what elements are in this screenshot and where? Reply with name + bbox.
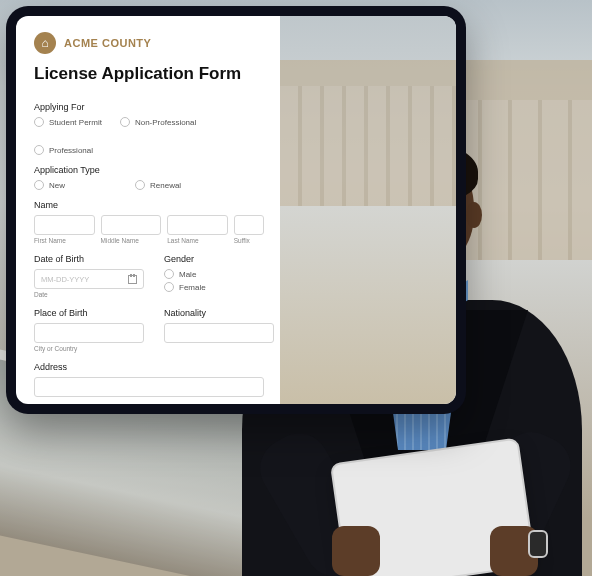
name-fields: First Name Middle Name Last Name Suffix bbox=[34, 215, 264, 244]
first-name-input[interactable] bbox=[34, 215, 95, 235]
last-name-field: Last Name bbox=[167, 215, 228, 244]
last-name-input[interactable] bbox=[167, 215, 228, 235]
radio-new[interactable]: New bbox=[34, 180, 65, 190]
radio-icon bbox=[135, 180, 145, 190]
radio-label: Female bbox=[179, 283, 206, 292]
brand-logo-glyph: ⌂ bbox=[41, 36, 48, 50]
calendar-icon bbox=[128, 275, 137, 284]
nationality-label: Nationality bbox=[164, 308, 274, 318]
nationality-input[interactable] bbox=[164, 323, 274, 343]
place-of-birth-label: Place of Birth bbox=[34, 308, 144, 318]
radio-icon bbox=[164, 282, 174, 292]
radio-male[interactable]: Male bbox=[164, 269, 264, 279]
name-label: Name bbox=[34, 200, 264, 210]
composite-scene: ⌂ ACME COUNTY License Application Form A… bbox=[0, 0, 592, 576]
radio-professional[interactable]: Professional bbox=[34, 145, 93, 155]
first-name-field: First Name bbox=[34, 215, 95, 244]
tablet-device-frame: ⌂ ACME COUNTY License Application Form A… bbox=[6, 6, 466, 414]
gender-options: Male Female bbox=[164, 269, 264, 292]
middle-name-field: Middle Name bbox=[101, 215, 162, 244]
suffix-field: Suffix bbox=[234, 215, 264, 244]
wristwatch bbox=[528, 530, 548, 558]
screen-photo-panel bbox=[280, 16, 456, 404]
radio-label: Professional bbox=[49, 146, 93, 155]
form-title: License Application Form bbox=[34, 64, 264, 84]
radio-icon bbox=[34, 117, 44, 127]
radio-label: Renewal bbox=[150, 181, 181, 190]
address-input[interactable] bbox=[34, 377, 264, 397]
radio-non-professional[interactable]: Non-Professional bbox=[120, 117, 196, 127]
form-pane: ⌂ ACME COUNTY License Application Form A… bbox=[16, 16, 280, 404]
gender-label: Gender bbox=[164, 254, 264, 264]
radio-icon bbox=[164, 269, 174, 279]
address-label: Address bbox=[34, 362, 264, 372]
first-name-sublabel: First Name bbox=[34, 237, 95, 244]
radio-student-permit[interactable]: Student Permit bbox=[34, 117, 102, 127]
brand-name: ACME COUNTY bbox=[64, 37, 151, 49]
suffix-sublabel: Suffix bbox=[234, 237, 264, 244]
radio-female[interactable]: Female bbox=[164, 282, 264, 292]
suffix-input[interactable] bbox=[234, 215, 264, 235]
last-name-sublabel: Last Name bbox=[167, 237, 228, 244]
brand-logo-icon: ⌂ bbox=[34, 32, 56, 54]
dob-placeholder: MM-DD-YYYY bbox=[41, 275, 89, 284]
radio-icon bbox=[34, 145, 44, 155]
application-type-options: New Renewal bbox=[34, 180, 264, 190]
brand-header: ⌂ ACME COUNTY bbox=[34, 32, 264, 54]
place-of-birth-sublabel: City or Country bbox=[34, 345, 144, 352]
radio-icon bbox=[120, 117, 130, 127]
dob-input[interactable]: MM-DD-YYYY bbox=[34, 269, 144, 289]
radio-label: New bbox=[49, 181, 65, 190]
radio-label: Male bbox=[179, 270, 196, 279]
radio-label: Non-Professional bbox=[135, 118, 196, 127]
place-of-birth-input[interactable] bbox=[34, 323, 144, 343]
applying-for-label: Applying For bbox=[34, 102, 264, 112]
radio-label: Student Permit bbox=[49, 118, 102, 127]
middle-name-sublabel: Middle Name bbox=[101, 237, 162, 244]
dob-label: Date of Birth bbox=[34, 254, 144, 264]
application-type-label: Application Type bbox=[34, 165, 264, 175]
tablet-screen: ⌂ ACME COUNTY License Application Form A… bbox=[16, 16, 456, 404]
dob-sublabel: Date bbox=[34, 291, 144, 298]
radio-icon bbox=[34, 180, 44, 190]
radio-renewal[interactable]: Renewal bbox=[135, 180, 181, 190]
middle-name-input[interactable] bbox=[101, 215, 162, 235]
applying-for-options: Student Permit Non-Professional Professi… bbox=[34, 117, 264, 155]
